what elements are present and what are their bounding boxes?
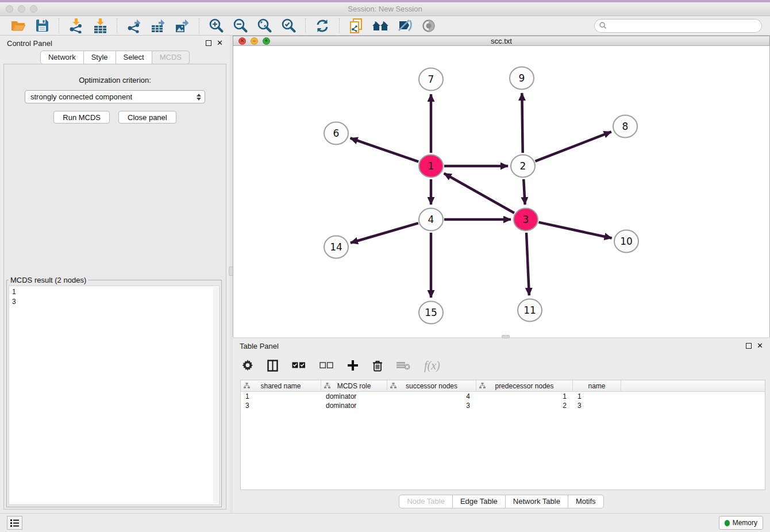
graph-node-15[interactable]: 15: [419, 302, 443, 324]
export-table-icon[interactable]: [149, 18, 167, 34]
cell-mcds_role[interactable]: dominator: [321, 392, 387, 401]
search-input[interactable]: [610, 22, 757, 30]
zoom-in-icon[interactable]: [207, 18, 225, 34]
close-panel-button[interactable]: Close panel: [118, 111, 176, 124]
tab-select[interactable]: Select: [116, 51, 152, 64]
delete-column-icon[interactable]: [372, 358, 383, 373]
graph-node-4[interactable]: 4: [419, 209, 443, 231]
split-view-icon[interactable]: [267, 358, 278, 373]
graph-node-9[interactable]: 9: [510, 67, 534, 90]
graph-edge-3-1[interactable]: [444, 174, 514, 213]
criterion-select[interactable]: strongly connected component: [25, 90, 205, 103]
memory-status-icon: [725, 520, 730, 526]
graph-node-14[interactable]: 14: [324, 236, 348, 259]
column-header-predecessor_nodes[interactable]: predecessor nodes: [476, 380, 573, 391]
network-minimize-button[interactable]: –: [251, 37, 258, 45]
graph-edge-2-3[interactable]: [523, 179, 525, 205]
network-close-button[interactable]: ✕: [238, 37, 246, 45]
node-table[interactable]: shared nameMCDS rolesuccessor nodesprede…: [240, 380, 765, 490]
cell-predecessor_nodes[interactable]: 1: [476, 392, 573, 401]
cell-mcds_role[interactable]: dominator: [321, 401, 387, 410]
horizontal-divider-grip[interactable]: [502, 335, 510, 338]
float-table-panel-icon[interactable]: [746, 343, 752, 349]
mcds-result-box[interactable]: 1 3: [9, 286, 220, 505]
graph-node-3[interactable]: 3: [514, 209, 538, 231]
cell-name[interactable]: 1: [573, 392, 621, 401]
graph-node-10[interactable]: 10: [614, 230, 638, 253]
network-window-titlebar[interactable]: scc.txt ✕ – +: [233, 36, 770, 46]
graph-node-1[interactable]: 1: [419, 155, 443, 178]
graph-edge-4-14[interactable]: [351, 223, 418, 242]
graph-node-11[interactable]: 11: [518, 299, 542, 322]
graph-edge-3-10[interactable]: [538, 222, 611, 238]
zoom-fit-icon[interactable]: [256, 18, 273, 34]
cell-name[interactable]: 3: [573, 401, 621, 410]
network-graph[interactable]: 7968124314101511: [233, 46, 769, 335]
zoom-selected-icon[interactable]: [280, 18, 297, 34]
export-image-icon[interactable]: [174, 18, 191, 34]
svg-text:11: 11: [523, 304, 536, 316]
apply-layout-icon[interactable]: [314, 18, 331, 34]
new-network-from-selection-icon[interactable]: [348, 18, 365, 34]
float-panel-icon[interactable]: [206, 40, 211, 46]
column-header-shared_name[interactable]: shared name: [241, 380, 321, 391]
search-icon: [599, 22, 607, 29]
memory-button[interactable]: Memory: [719, 516, 763, 530]
graph-node-6[interactable]: 6: [324, 122, 348, 145]
settings-gear-icon[interactable]: [242, 358, 253, 373]
tab-node-table[interactable]: Node Table: [399, 495, 453, 508]
graph-edge-2-9[interactable]: [522, 93, 522, 153]
result-scrollbar[interactable]: [213, 287, 218, 504]
save-session-icon[interactable]: [33, 18, 51, 34]
run-mcds-button[interactable]: Run MCDS: [53, 111, 110, 124]
function-builder-icon[interactable]: f(x): [424, 359, 440, 372]
tab-edge-table[interactable]: Edge Table: [453, 495, 506, 508]
add-column-icon[interactable]: [347, 358, 359, 373]
svg-text:7: 7: [428, 74, 434, 85]
import-table-icon[interactable]: [91, 18, 109, 34]
deselect-all-icon[interactable]: [319, 358, 333, 373]
first-neighbors-icon[interactable]: [372, 18, 389, 34]
cell-predecessor_nodes[interactable]: 2: [476, 401, 573, 410]
main-toolbar: [0, 16, 770, 36]
tab-network-table[interactable]: Network Table: [506, 495, 568, 508]
titlebar[interactable]: Session: New Session: [0, 2, 770, 16]
delete-table-icon[interactable]: [396, 358, 410, 373]
column-header-name[interactable]: name: [573, 380, 621, 391]
table-row[interactable]: 3dominator323: [241, 401, 765, 410]
cell-successor_nodes[interactable]: 3: [387, 401, 476, 410]
hide-labels-icon[interactable]: [396, 18, 413, 34]
graph-edge-2-8[interactable]: [535, 132, 611, 161]
network-maximize-button[interactable]: +: [263, 37, 270, 45]
tab-mcds[interactable]: MCDS: [152, 51, 190, 64]
graphics-details-icon[interactable]: [420, 18, 437, 34]
graph-node-8[interactable]: 8: [613, 115, 637, 138]
cell-shared_name[interactable]: 3: [241, 401, 321, 410]
graph-node-2[interactable]: 2: [511, 155, 535, 178]
tab-network[interactable]: Network: [40, 51, 84, 64]
graph-edge-1-6[interactable]: [351, 138, 419, 161]
graph-node-7[interactable]: 7: [419, 68, 443, 91]
tab-style[interactable]: Style: [84, 51, 116, 64]
graph-edge-3-11[interactable]: [526, 233, 529, 295]
zoom-out-icon[interactable]: [232, 18, 249, 34]
cell-shared_name[interactable]: 1: [241, 392, 321, 401]
close-table-panel-icon[interactable]: ✕: [757, 343, 763, 349]
column-header-successor_nodes[interactable]: successor nodes: [387, 380, 476, 391]
import-network-icon[interactable]: [67, 18, 84, 34]
table-tabs: Node TableEdge TableNetwork TableMotifs: [233, 490, 770, 513]
cell-successor_nodes[interactable]: 4: [387, 392, 476, 401]
open-session-icon[interactable]: [9, 18, 26, 34]
table-row[interactable]: 1dominator411: [241, 392, 765, 401]
export-network-icon[interactable]: [125, 18, 143, 34]
memory-label: Memory: [733, 519, 757, 527]
close-panel-icon[interactable]: ✕: [217, 40, 223, 46]
search-box[interactable]: [594, 19, 762, 33]
tab-motifs[interactable]: Motifs: [568, 495, 604, 508]
window-title: Session: New Session: [0, 5, 770, 13]
optimization-criterion-label: Optimization criterion:: [4, 76, 226, 84]
task-history-button[interactable]: [7, 516, 22, 530]
select-all-icon[interactable]: [292, 358, 306, 373]
column-header-mcds_role[interactable]: MCDS role: [321, 380, 387, 391]
network-canvas[interactable]: 7968124314101511: [233, 46, 770, 337]
